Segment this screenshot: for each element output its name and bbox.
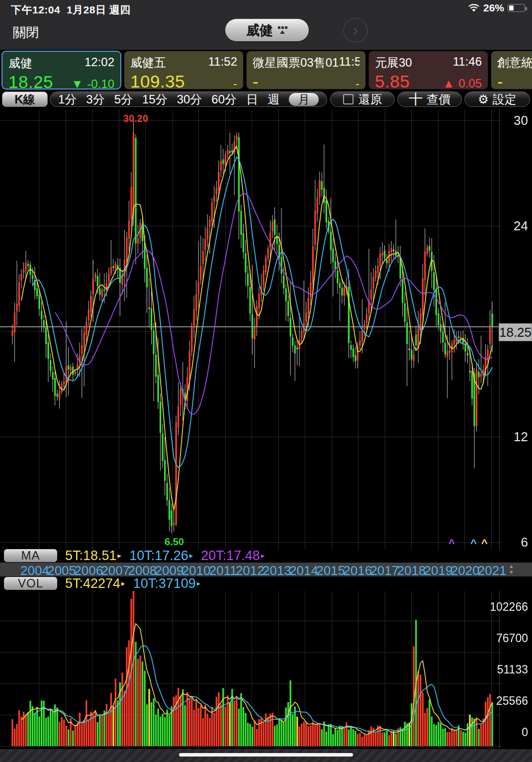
period-selector: 1分 3分 5分 15分 30分 60分 日 週 月 <box>50 92 327 107</box>
time-axis-strip[interactable]: ▲▼ 2004200520062007200820092010201120122… <box>0 563 532 576</box>
quote-tab-warrant[interactable]: 微星國票03售0111:59 - - <box>246 51 366 90</box>
watchlist-tabs: 威健12:02 18.25 ▼-0.10 威健五11:52 109.35 - 微… <box>1 51 532 90</box>
period-60min[interactable]: 60分 <box>211 92 237 107</box>
gear-icon: ⚙ <box>478 94 489 105</box>
current-price-tag: 18.25 <box>499 323 532 341</box>
tab-change: -0.10 <box>87 77 114 91</box>
down-triangle-icon: ▼ <box>72 77 84 91</box>
scroll-handle-icon[interactable]: ▲▼ <box>509 563 514 575</box>
quote-tab-yuanzhan30[interactable]: 元展3011:46 5.85 ▲0.05 <box>368 51 488 90</box>
vol-ma10-marker: ▸ <box>197 579 201 588</box>
ma5-value: 5T:18.51 <box>65 548 117 564</box>
settings-button[interactable]: ⚙ 設定 <box>464 92 530 107</box>
period-3min[interactable]: 3分 <box>86 92 104 107</box>
status-time: 下午12:04 <box>11 4 60 15</box>
period-1min[interactable]: 1分 <box>58 92 77 107</box>
vol-ma5-marker: ▸ <box>121 579 125 588</box>
tab-name: 元展30 <box>375 55 412 71</box>
period-day[interactable]: 日 <box>246 92 258 107</box>
quote-tab-weijian[interactable]: 威健12:02 18.25 ▼-0.10 <box>1 51 121 90</box>
tab-change: 0.05 <box>458 77 482 91</box>
price-tick-label: 12 <box>493 429 528 444</box>
tab-time: 11:59 <box>339 55 359 71</box>
status-bar: 下午12:04 1月28日 週四 26% <box>0 2 532 15</box>
volume-indicator-row: VOL 5T:42274▸ 10T:37109▸ <box>0 576 532 591</box>
tab-price: 5.85 <box>375 72 410 92</box>
battery-percent: 26% <box>483 2 504 14</box>
price-chart-canvas[interactable] <box>0 109 501 550</box>
settings-label: 設定 <box>493 92 517 107</box>
tab-name: 微星國票03售01 <box>253 55 339 71</box>
tab-time: 12:02 <box>85 55 114 71</box>
volume-chart-canvas[interactable] <box>0 591 501 749</box>
tab-change: - <box>233 77 237 91</box>
price-tick-label: 30 <box>493 113 528 128</box>
price-tick-label: 24 <box>493 218 528 233</box>
status-datetime: 下午12:04 1月28日 週四 <box>11 3 131 17</box>
up-triangle-icon: ▲ <box>443 77 455 91</box>
vol-ma5-value: 5T:42274 <box>65 576 120 591</box>
period-30min[interactable]: 30分 <box>177 92 202 107</box>
quote-tab-weijian5[interactable]: 威健五11:52 109.35 - <box>124 51 244 90</box>
volume-tick-label: 25566 <box>483 694 528 708</box>
period-month-selected[interactable]: 月 <box>289 93 319 106</box>
plus-icon: 十 <box>409 93 423 106</box>
vol-badge[interactable]: VOL <box>4 577 57 590</box>
kline-button[interactable]: K線 <box>2 92 48 107</box>
top-chrome: 下午12:04 1月28日 週四 26% 關閉 威健 › <box>0 0 532 50</box>
trading-app-screen: 下午12:04 1月28日 週四 26% 關閉 威健 › <box>0 0 532 762</box>
restore-toggle[interactable]: 還原 <box>330 92 395 107</box>
symbol-selector-button[interactable]: 威健 <box>225 19 309 41</box>
home-indicator[interactable] <box>179 753 353 757</box>
wifi-icon <box>468 4 480 12</box>
tab-name: 創意統一 <box>497 55 532 71</box>
volume-tick-label: 0 <box>483 726 528 739</box>
ma20-marker: ▸ <box>261 551 265 560</box>
tab-price: - <box>253 72 259 92</box>
ma20-value: 20T:17.48 <box>201 548 260 564</box>
chevron-right-icon: › <box>353 21 358 38</box>
period-week[interactable]: 週 <box>267 92 279 107</box>
chart-toolbar: K線 1分 3分 5分 15分 30分 60分 日 週 月 還原 十 查價 ⚙ … <box>0 92 532 108</box>
battery-icon <box>508 4 525 12</box>
ma-indicator-row: MA 5T:18.51▸ 10T:17.26▸ 20T:17.48▸ <box>0 549 532 563</box>
low-price-label: 6.50 <box>165 536 184 548</box>
tab-price: - <box>497 72 503 92</box>
period-5min[interactable]: 5分 <box>114 92 133 107</box>
ma5-marker: ▸ <box>118 551 122 560</box>
tab-price: 109.35 <box>130 72 185 92</box>
ma10-value: 10T:17.26 <box>129 548 188 564</box>
ma-badge[interactable]: MA <box>4 549 57 562</box>
volume-tick-label: 51133 <box>483 663 528 676</box>
volume-tick-label: 102266 <box>483 600 528 614</box>
volume-tick-label: 76700 <box>483 632 528 645</box>
vol-ma10-value: 10T:37109 <box>133 576 196 591</box>
period-15min[interactable]: 15分 <box>142 92 168 107</box>
ma10-marker: ▸ <box>189 551 193 560</box>
tab-time: 11:46 <box>453 55 482 71</box>
tab-change: - <box>355 77 359 91</box>
tab-name: 威健五 <box>130 55 166 71</box>
quote-check-button[interactable]: 十 查價 <box>397 92 462 107</box>
restore-checkbox[interactable] <box>343 94 354 104</box>
tab-time: 11:52 <box>208 55 237 71</box>
status-date: 1月28日 週四 <box>67 4 131 15</box>
high-price-label: 30.20 <box>123 113 148 124</box>
symbol-title: 威健 <box>246 21 273 39</box>
tab-name: 威健 <box>8 55 32 71</box>
restore-label: 還原 <box>358 92 382 107</box>
price-tick-label: 6 <box>493 534 528 550</box>
tab-price: 18.25 <box>8 72 53 92</box>
close-button[interactable]: 關閉 <box>13 24 39 41</box>
quote-tab-chuangyi[interactable]: 創意統一 - <box>491 51 532 90</box>
nav-bar: 關閉 威健 › <box>0 17 532 47</box>
quote-label: 查價 <box>427 92 450 107</box>
next-symbol-button[interactable]: › <box>343 18 368 43</box>
grid-menu-icon <box>278 26 288 34</box>
